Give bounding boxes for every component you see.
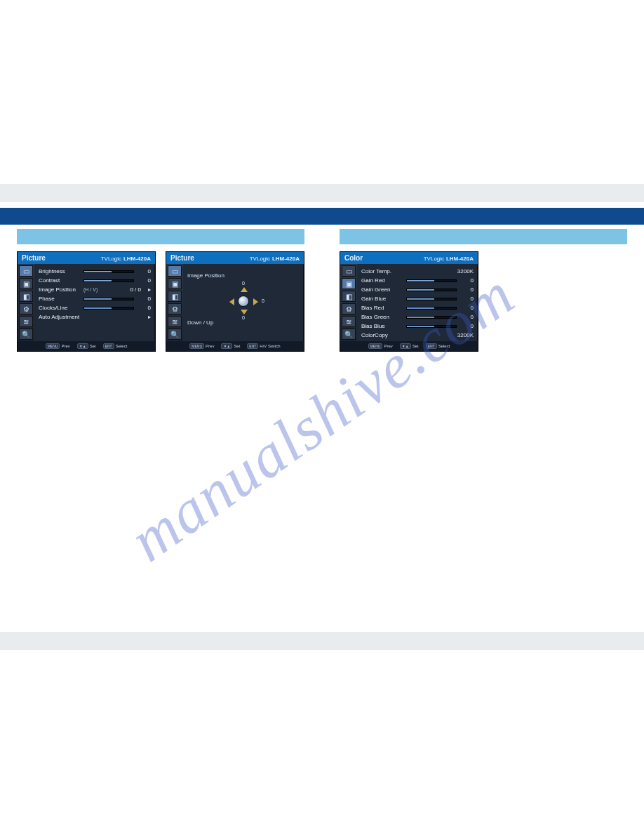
- left-section-band: [17, 229, 304, 244]
- osd-brand: TVLogic LHM-420A: [424, 254, 474, 262]
- arrow-left-icon[interactable]: [229, 298, 234, 305]
- osd-footer: MENUPrev ▼▲Set ENTSelect: [340, 341, 478, 351]
- osd-picture-titlebar: Picture TVLogic LHM-420A: [18, 252, 155, 264]
- row-image-position[interactable]: Image Position (H / V) 0 / 0 ▸: [39, 285, 151, 294]
- sidebar-icon-signal[interactable]: ≋: [168, 316, 182, 327]
- osd-picture: Picture TVLogic LHM-420A ▭ ▣ ◧ ⚙ ≋ 🔍: [17, 251, 156, 352]
- sidebar-icon-setup[interactable]: ⚙: [342, 303, 356, 315]
- row-bias-green[interactable]: Bias Green 0: [361, 312, 474, 322]
- slider-bias-green[interactable]: [406, 316, 457, 319]
- osd-imgpos-title: Picture: [170, 254, 194, 262]
- osd-brand: TVLogic LHM-420A: [250, 254, 300, 262]
- row-auto-adjustment[interactable]: Auto Adjustment ▸: [39, 312, 151, 322]
- row-bias-red[interactable]: Bias Red 0: [361, 303, 474, 312]
- row-gain-green[interactable]: Gain Green 0: [361, 285, 474, 294]
- val-down: 0: [242, 315, 245, 320]
- top-separator-band: [0, 184, 644, 202]
- footer-select: ENTSelect: [103, 343, 128, 349]
- footer-menu: MENUPrev: [46, 343, 70, 349]
- osd-picture-title: Picture: [22, 254, 46, 262]
- osd-imgpos-titlebar: Picture TVLogic LHM-420A: [166, 252, 304, 264]
- row-colortemp[interactable]: Color Temp. 3200K: [361, 267, 474, 276]
- chevron-right-icon: ▸: [144, 286, 151, 293]
- footer-select: ENTSelect: [426, 343, 450, 349]
- footer-menu: MENUPrev: [189, 343, 214, 349]
- slider-brightness[interactable]: [83, 270, 134, 273]
- dpad-center-icon[interactable]: [238, 296, 249, 307]
- osd-imgpos-content: Image Position 0 0 0 Down / Up: [183, 264, 304, 341]
- footer-set: ▼▲Set: [221, 343, 240, 349]
- sidebar-icon-zoom[interactable]: 🔍: [19, 329, 33, 340]
- sidebar-icon-color[interactable]: ▣: [342, 278, 356, 289]
- right-osd-row: Color TVLogic LHM-420A ▭ ▣ ◧ ⚙ ≋ 🔍: [340, 251, 627, 352]
- arrow-right-icon[interactable]: [253, 298, 258, 305]
- osd-color-titlebar: Color TVLogic LHM-420A: [340, 252, 478, 264]
- left-column: Picture TVLogic LHM-420A ▭ ▣ ◧ ⚙ ≋ 🔍: [17, 229, 304, 352]
- row-contrast[interactable]: Contrast 0: [39, 276, 151, 285]
- row-colorcopy[interactable]: ColorCopy 3200K: [361, 331, 474, 340]
- slider-contrast[interactable]: [83, 279, 134, 282]
- left-osd-row: Picture TVLogic LHM-420A ▭ ▣ ◧ ⚙ ≋ 🔍: [17, 251, 304, 352]
- arrow-up-icon[interactable]: [241, 287, 248, 292]
- footer-hvswitch: ENTH/V Switch: [247, 343, 280, 349]
- slider-bias-blue[interactable]: [406, 325, 457, 328]
- arrow-down-icon[interactable]: [241, 310, 248, 315]
- osd-sidebar: ▭ ▣ ◧ ⚙ ≋ 🔍: [340, 264, 357, 341]
- osd-color: Color TVLogic LHM-420A ▭ ▣ ◧ ⚙ ≋ 🔍: [340, 251, 478, 352]
- row-brightness[interactable]: Brightness 0: [39, 267, 151, 276]
- osd-color-title: Color: [344, 254, 363, 262]
- footer-set: ▼▲Set: [400, 343, 419, 349]
- slider-bias-red[interactable]: [406, 307, 457, 310]
- sidebar-icon-setup[interactable]: ⚙: [19, 303, 33, 315]
- val-up: 0: [242, 281, 245, 286]
- sidebar-icon-color[interactable]: ▣: [168, 278, 182, 289]
- chevron-right-icon: ▸: [144, 314, 151, 320]
- imgpos-heading: Image Position: [187, 272, 300, 279]
- osd-color-content: Color Temp. 3200K Gain Red 0 Gain Green …: [357, 264, 478, 341]
- sidebar-icon-picture[interactable]: ▭: [19, 265, 33, 277]
- page-columns: Picture TVLogic LHM-420A ▭ ▣ ◧ ⚙ ≋ 🔍: [17, 229, 627, 352]
- footer-set: ▼▲Set: [77, 343, 96, 349]
- right-section-band: [340, 229, 627, 244]
- sidebar-icon-setup[interactable]: ⚙: [168, 303, 182, 315]
- osd-brand: TVLogic LHM-420A: [101, 254, 151, 262]
- navy-heading-band: [0, 208, 644, 225]
- row-clocksline[interactable]: Clocks/Line 0: [39, 303, 151, 312]
- sidebar-icon-pip[interactable]: ◧: [342, 291, 356, 302]
- sidebar-icon-color[interactable]: ▣: [19, 278, 33, 289]
- footer-menu: MENUPrev: [368, 343, 393, 349]
- row-gain-red[interactable]: Gain Red 0: [361, 276, 474, 285]
- osd-footer: MENUPrev ▼▲Set ENTSelect: [18, 341, 155, 351]
- dpad[interactable]: 0 0 0: [222, 283, 264, 318]
- sidebar-icon-signal[interactable]: ≋: [19, 316, 33, 327]
- bottom-separator-band: [0, 632, 644, 650]
- sidebar-icon-pip[interactable]: ◧: [19, 291, 33, 302]
- sidebar-icon-pip[interactable]: ◧: [168, 291, 182, 302]
- slider-clocksline[interactable]: [83, 307, 134, 310]
- osd-sidebar: ▭ ▣ ◧ ⚙ ≋ 🔍: [18, 264, 34, 341]
- row-phase[interactable]: Phase 0: [39, 294, 151, 303]
- sidebar-icon-zoom[interactable]: 🔍: [342, 329, 356, 340]
- sidebar-icon-picture[interactable]: ▭: [168, 265, 182, 277]
- sidebar-icon-signal[interactable]: ≋: [342, 316, 356, 327]
- slider-phase[interactable]: [83, 298, 134, 300]
- slider-gain-green[interactable]: [406, 289, 457, 291]
- imgpos-sub: Down / Up: [187, 319, 300, 326]
- osd-image-position: Picture TVLogic LHM-420A ▭ ▣ ◧ ⚙ ≋ 🔍: [166, 251, 304, 352]
- sidebar-icon-picture[interactable]: ▭: [342, 265, 356, 277]
- val-right: 0: [262, 298, 264, 303]
- slider-gain-blue[interactable]: [406, 298, 457, 300]
- osd-footer: MENUPrev ▼▲Set ENTH/V Switch: [166, 341, 304, 351]
- sidebar-icon-zoom[interactable]: 🔍: [168, 329, 182, 340]
- row-bias-blue[interactable]: Bias Blue 0: [361, 322, 474, 331]
- osd-sidebar: ▭ ▣ ◧ ⚙ ≋ 🔍: [166, 264, 183, 341]
- slider-gain-red[interactable]: [406, 279, 457, 282]
- row-gain-blue[interactable]: Gain Blue 0: [361, 294, 474, 303]
- right-column: Color TVLogic LHM-420A ▭ ▣ ◧ ⚙ ≋ 🔍: [340, 229, 627, 352]
- osd-picture-content: Brightness 0 Contrast 0 Image Position (…: [34, 264, 155, 341]
